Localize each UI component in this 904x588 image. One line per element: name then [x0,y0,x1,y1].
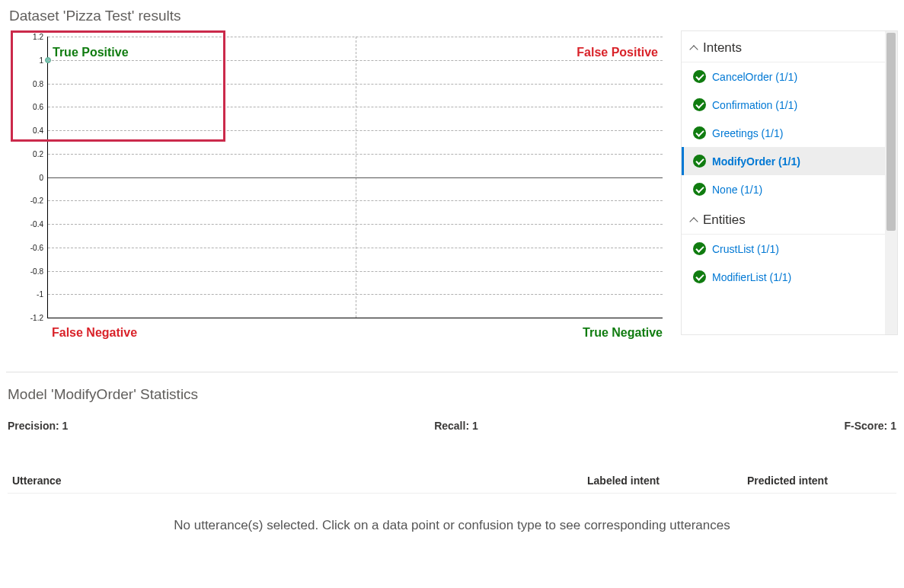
chevron-up-icon [689,216,698,225]
list-item-label: CancelOrder (1/1) [712,71,797,83]
page-title: Dataset 'Pizza Test' results [9,8,898,24]
list-item[interactable]: CancelOrder (1/1) [682,62,885,91]
entities-list: CrustList (1/1)ModifierList (1/1) [682,235,885,291]
list-item-label: CrustList (1/1) [712,243,779,255]
chart-y-tick: -0.4 [30,220,48,228]
chart-gridline [48,224,663,225]
check-icon [693,126,706,139]
chart-y-tick: 1 [39,56,48,64]
list-item[interactable]: None (1/1) [682,175,885,203]
list-item[interactable]: Greetings (1/1) [682,119,885,147]
chart-y-tick: 0.8 [33,79,48,88]
list-item[interactable]: CrustList (1/1) [682,235,885,263]
chart-y-tick: 0.4 [33,126,48,135]
utterances-table-header: Utterance Labeled intent Predicted inten… [8,468,896,494]
recall-label: Recall: [434,420,469,432]
chart-gridline [48,294,663,295]
chart-gridline [48,154,663,155]
check-icon [693,270,706,283]
quadrant-label-false-positive[interactable]: False Positive [577,46,658,59]
chart-gridline [48,271,663,272]
chart-plot-area: True Positive False Positive -1.2-1-0.8-… [47,37,663,318]
check-icon [693,155,706,168]
section-header-entities[interactable]: Entities [682,203,885,235]
quadrant-label-true-negative[interactable]: True Negative [583,326,663,340]
chart-y-tick: 0.6 [33,103,48,111]
section-header-label: Intents [703,40,742,56]
chart-y-tick: 0 [39,173,48,181]
col-header-predicted[interactable]: Predicted intent [747,475,892,487]
chart-gridline [48,200,663,201]
list-item[interactable]: Confirmation (1/1) [682,91,885,119]
intents-list: CancelOrder (1/1)Confirmation (1/1)Greet… [682,62,885,203]
list-item[interactable]: ModifyOrder (1/1) [682,147,885,175]
chart-y-tick: -0.2 [30,197,48,205]
divider [6,372,898,372]
chart-y-tick: -0.8 [30,267,48,275]
chart-y-tick: -1.2 [30,314,48,322]
quadrant-label-true-positive[interactable]: True Positive [53,46,129,59]
list-item-label: ModifyOrder (1/1) [712,155,800,168]
check-icon [693,183,706,196]
precision-value: 1 [62,420,69,432]
recall-stat: Recall: 1 [434,420,478,432]
side-panel-container: Intents CancelOrder (1/1)Confirmation (1… [681,30,898,335]
chart-gridline [48,248,663,248]
fscore-stat: F-Score: 1 [845,420,896,432]
precision-label: Precision: [8,420,59,432]
chart-gridline [48,177,663,178]
chart-gridline [48,37,663,37]
recall-value: 1 [472,420,478,432]
section-header-intents[interactable]: Intents [682,31,885,62]
chart-y-tick: 1.2 [33,33,48,41]
chart-gridline [48,60,663,61]
section-header-label: Entities [703,213,746,228]
col-header-utterance[interactable]: Utterance [12,475,587,487]
list-item-label: Greetings (1/1) [712,127,783,139]
list-item[interactable]: ModifierList (1/1) [682,263,885,291]
col-header-labeled[interactable]: Labeled intent [587,475,747,487]
chart-y-tick: 0.2 [33,149,48,158]
chart-gridline [48,130,663,131]
precision-stat: Precision: 1 [8,420,68,432]
chart-gridline [48,107,663,107]
check-icon [693,70,706,83]
top-row: True Positive False Positive -1.2-1-0.8-… [6,30,898,350]
chart-gridline [48,84,663,85]
empty-state-message: No utterance(s) selected. Click on a dat… [6,518,898,533]
side-panel[interactable]: Intents CancelOrder (1/1)Confirmation (1… [682,31,885,334]
list-item-label: ModifierList (1/1) [712,271,791,283]
scrollbar[interactable] [885,31,897,334]
chart-y-tick: -0.6 [30,243,48,251]
stats-row: Precision: 1 Recall: 1 F-Score: 1 [8,420,896,432]
list-item-label: None (1/1) [712,184,762,196]
check-icon [693,98,706,111]
chevron-up-icon [689,43,698,53]
confusion-chart[interactable]: True Positive False Positive -1.2-1-0.8-… [6,30,669,350]
fscore-value: 1 [890,420,896,432]
list-item-label: Confirmation (1/1) [712,99,797,111]
check-icon [693,242,706,255]
stats-title: Model 'ModifyOrder' Statistics [8,386,898,403]
scrollbar-thumb[interactable] [886,33,896,231]
fscore-label: F-Score: [845,420,888,432]
quadrant-label-false-negative[interactable]: False Negative [52,326,137,340]
chart-y-tick: -1 [37,290,48,299]
